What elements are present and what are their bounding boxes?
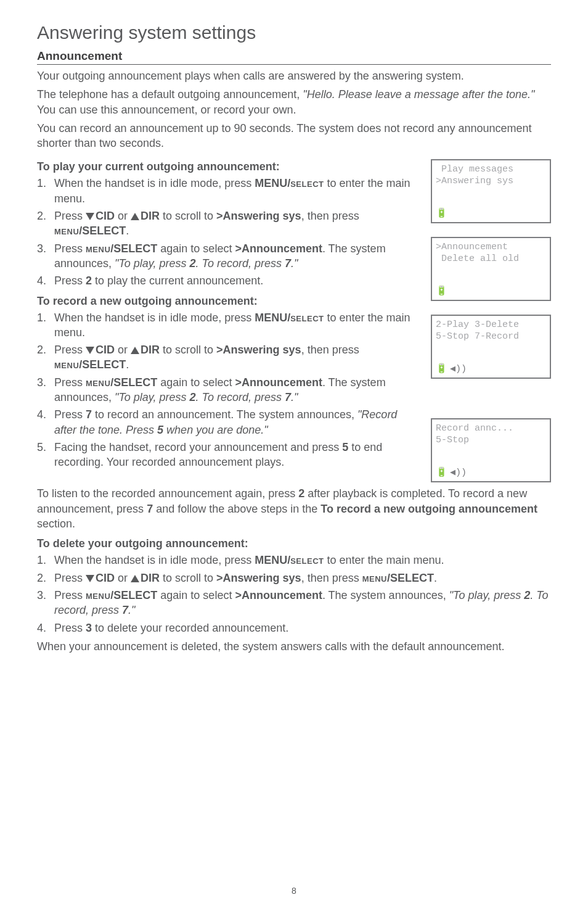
- down-triangle-icon: [86, 575, 94, 582]
- delete-subheading: To delete your outgoing announcement:: [37, 537, 551, 550]
- list-item: 3. Press menu/SELECT again to select >An…: [37, 375, 420, 405]
- text: to enter the main menu.: [324, 554, 444, 566]
- key-label: CID: [96, 344, 115, 356]
- lcd-line: 5-Stop 7-Record: [436, 331, 546, 343]
- list-item: 2. Press CID or DIR to scroll to >Answer…: [37, 208, 420, 239]
- battery-icon: 🔋: [436, 364, 447, 376]
- key-label: menu/SELECT: [54, 225, 126, 237]
- lcd-line: Play messages: [436, 164, 546, 176]
- list-item: 1. When the handset is in idle mode, pre…: [37, 310, 420, 340]
- battery-icon: 🔋: [436, 208, 447, 220]
- battery-icon: 🔋: [436, 468, 447, 479]
- play-steps-list: 1. When the handset is in idle mode, pre…: [37, 176, 420, 288]
- list-item: 1. When the handset is in idle mode, pre…: [37, 176, 420, 206]
- text: When the handset is in idle mode, press: [54, 177, 255, 189]
- listen-para: To listen to the recorded announcement a…: [37, 486, 551, 531]
- down-triangle-icon: [86, 213, 94, 220]
- intro-para-2: The telephone has a default outgoing ann…: [37, 87, 551, 117]
- menu-path: >Answering sys: [216, 572, 301, 584]
- key-label: menu/SELECT: [86, 242, 157, 255]
- record-subheading: To record a new outgoing announcement:: [37, 295, 420, 308]
- up-triangle-icon: [131, 347, 139, 354]
- text: Press: [54, 344, 86, 356]
- key-label: 2: [86, 274, 92, 287]
- down-triangle-icon: [86, 347, 94, 354]
- list-item: 2. Press CID or DIR to scroll to >Answer…: [37, 571, 551, 585]
- text: to play the current announcement.: [92, 274, 263, 287]
- key-label: 7: [147, 503, 153, 515]
- text: . The system announces,: [322, 589, 449, 601]
- menu-path: >Announcement: [235, 376, 322, 389]
- text: Press: [54, 408, 86, 421]
- menu-path: >Answering sys: [216, 344, 301, 356]
- system-quote: "To play, press 2. To record, press 7.": [115, 391, 298, 403]
- list-item: 2. Press CID or DIR to scroll to >Answer…: [37, 342, 420, 373]
- text: You can use this announcement, or record…: [37, 104, 296, 116]
- key-label: 7: [86, 408, 92, 421]
- text: When the handset is in idle mode, press: [54, 312, 255, 324]
- text: to scroll to: [160, 344, 216, 356]
- up-triangle-icon: [131, 213, 139, 220]
- text: to delete your recorded announcement.: [92, 622, 288, 634]
- key-label: DIR: [141, 344, 160, 356]
- text: again to select: [157, 242, 235, 255]
- text: or: [115, 572, 131, 584]
- lcd-line: 2-Play 3-Delete: [436, 320, 546, 331]
- text: again to select: [157, 376, 235, 389]
- text: The telephone has a default outgoing ann…: [37, 88, 303, 101]
- speaker-icon: ◀)): [450, 364, 467, 376]
- key-label: menu/SELECT: [362, 572, 434, 584]
- text: or: [115, 210, 131, 222]
- text: to scroll to: [160, 210, 216, 222]
- record-steps-list: 1. When the handset is in idle mode, pre…: [37, 310, 420, 470]
- lcd-screen-3: 2-Play 3-Delete 5-Stop 7-Record 🔋 ◀)): [431, 315, 551, 379]
- key-label: 5: [342, 441, 348, 453]
- text: Press: [54, 622, 86, 634]
- final-para: When your announcement is deleted, the s…: [37, 639, 551, 654]
- lcd-screen-2: >Announcement Delete all old 🔋: [431, 237, 551, 301]
- list-item: 3. Press menu/SELECT again to select >An…: [37, 241, 420, 271]
- text: again to select: [157, 589, 235, 601]
- lcd-line: >Announcement: [436, 242, 546, 254]
- key-label: 3: [86, 622, 92, 634]
- page-title: Answering system settings: [37, 22, 551, 43]
- key-label: menu/SELECT: [86, 589, 157, 601]
- text: , then press: [301, 210, 359, 222]
- text: .: [126, 358, 129, 371]
- lcd-line: >Answering sys: [436, 176, 546, 188]
- section-heading-announcement: Announcement: [37, 49, 551, 65]
- intro-para-3: You can record an announcement up to 90 …: [37, 121, 551, 151]
- list-item: 5. Facing the handset, record your annou…: [37, 440, 420, 470]
- list-item: 4. Press 7 to record an announcement. Th…: [37, 407, 420, 437]
- key-label: DIR: [141, 572, 160, 584]
- system-quote: "To play, press 2. To record, press 7.": [115, 257, 298, 270]
- text: , then press: [301, 344, 359, 356]
- battery-icon: 🔋: [436, 286, 447, 298]
- text: and follow the above steps in the: [153, 503, 321, 515]
- text: section.: [37, 518, 75, 530]
- menu-path: >Answering sys: [216, 210, 301, 222]
- text: .: [126, 225, 129, 237]
- lcd-line: Record annc...: [436, 423, 546, 435]
- key-label: MENU/select: [255, 312, 324, 324]
- key-label: CID: [96, 572, 115, 584]
- text: to record an announcement. The system an…: [92, 408, 357, 421]
- key-label: DIR: [141, 210, 160, 222]
- key-label: 2: [298, 487, 304, 500]
- menu-path: >Announcement: [235, 589, 322, 601]
- key-label: MENU/select: [255, 554, 324, 566]
- text: Facing the handset, record your announce…: [54, 441, 342, 453]
- text: to scroll to: [160, 572, 216, 584]
- text: Press: [54, 589, 86, 601]
- list-item: 1. When the handset is in idle mode, pre…: [37, 553, 551, 568]
- list-item: 3. Press menu/SELECT again to select >An…: [37, 588, 551, 618]
- lcd-screen-4: Record annc... 5-Stop 🔋 ◀)): [431, 418, 551, 482]
- lcd-line: 5-Stop: [436, 435, 546, 447]
- text: Press: [54, 210, 86, 222]
- lcd-screen-1: Play messages >Answering sys 🔋: [431, 159, 551, 223]
- play-subheading: To play your current outgoing announceme…: [37, 160, 420, 173]
- text: .: [434, 572, 437, 584]
- list-item: 4. Press 3 to delete your recorded annou…: [37, 621, 551, 635]
- text: Press: [54, 274, 86, 287]
- text: Press: [54, 242, 86, 255]
